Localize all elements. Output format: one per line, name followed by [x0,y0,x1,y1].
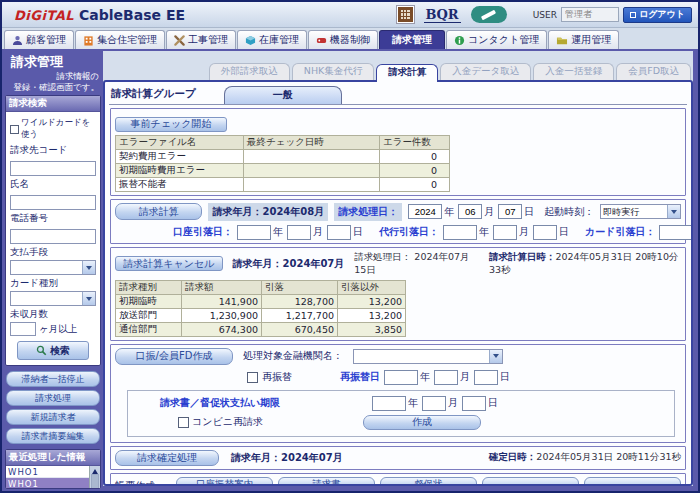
bqr-button[interactable]: BQR [424,7,461,23]
process-month-input[interactable] [458,204,482,219]
building-icon [83,35,94,46]
process-day-input[interactable] [498,204,522,219]
fd-create-button[interactable]: 口振/会員FD作成 [115,348,233,365]
table-row[interactable]: 通信部門674,300670,4503,850 [116,322,406,336]
unpaid-months-input[interactable] [10,322,36,336]
table-row[interactable]: 初期臨時141,900128,70013,200 [116,294,406,308]
nav-tab-billing[interactable]: 請求管理 [379,30,445,49]
recent-scrollbar[interactable] [89,466,100,488]
amounts-table-header: 請求種別 [116,280,182,294]
deadline-label: 請求書／督促状支払い期限 [160,396,372,410]
process-year-input[interactable] [408,204,442,219]
table-row[interactable]: 振替不能者0 [116,177,450,191]
agent-debit-day[interactable] [533,225,557,240]
user-input[interactable] [561,7,619,22]
info-icon [454,35,465,46]
agent-debit-year[interactable] [443,225,477,240]
tab-nhk-agency[interactable]: NHK集金代行 [292,63,374,80]
nav-tab-construction[interactable]: 工事管理 [166,30,236,49]
page-title: 請求管理 [5,51,101,71]
nav-tab-customer[interactable]: 顧客管理 [4,30,74,49]
stop-delinquents-button[interactable]: 滞納者一括停止 [6,371,100,387]
report-button-empty[interactable] [584,477,681,487]
bank-debit-year[interactable] [237,225,271,240]
wildcard-checkbox[interactable] [10,125,19,134]
wildcard-label: ワイルドカードを使う [21,117,96,141]
folder-icon [556,35,568,46]
deadline-month[interactable] [422,396,446,411]
card-type-select[interactable] [10,291,96,306]
precheck-section: 事前チェック開始 エラーファイル名 最終チェック日時 エラー件数 契約費用エラー… [110,108,686,196]
nav-tab-housing[interactable]: 集合住宅管理 [75,30,165,49]
invoice-summary-edit-button[interactable]: 請求書摘要編集 [6,428,100,444]
tab-payment-import[interactable]: 入金データ取込 [440,63,531,80]
create-button[interactable]: 作成 [363,415,481,430]
logout-button[interactable]: ログアウト [623,7,692,23]
amounts-table-header: 引落 [262,280,338,294]
redo-year[interactable] [384,370,418,385]
name-input[interactable] [10,195,96,210]
new-biller-button[interactable]: 新規請求者 [6,409,100,425]
billing-code-input[interactable] [10,161,96,176]
billing-process-button[interactable]: 請求処理 [6,390,100,406]
payment-method-select[interactable] [10,260,96,275]
deadline-year[interactable] [372,396,406,411]
deadline-day[interactable] [462,396,486,411]
phone-label: 電話番号 [10,212,96,225]
tab-general[interactable]: 一般 [224,86,342,104]
report-button-empty[interactable] [482,477,579,487]
recent-item[interactable]: WHO1 [6,466,100,478]
tab-external-import[interactable]: 外部請求取込 [209,63,290,80]
billing-calc-panel: 請求計算グループ 一般 事前チェック開始 エラーファイル名 最終チェック日時 エ… [103,80,693,486]
precheck-start-button[interactable]: 事前チェック開始 [115,117,227,132]
bank-debit-day[interactable] [327,225,351,240]
app-window: DiGiTAL CableBase EE BQR USER ログアウト 顧客管理 [0,0,700,493]
report-invoice-button[interactable]: 請求書 [278,477,375,487]
chevron-down-icon[interactable] [489,350,502,363]
card-debit-year[interactable] [659,225,693,240]
pencil-icon[interactable] [471,6,507,23]
recent-list: WHO1 WHO1 顧客00090 [6,466,100,488]
chevron-down-icon[interactable] [82,292,95,305]
search-panel: 請求検索 ワイルドカードを使う 請求先コード 氏名 電話番号 支払手段 カード種… [5,95,101,366]
scroll-thumb[interactable] [91,474,99,488]
redo-month[interactable] [434,370,458,385]
chevron-down-icon[interactable] [667,205,680,218]
calculator-icon[interactable] [397,6,414,23]
table-row[interactable]: 初期臨時費用エラー0 [116,163,450,177]
phone-input[interactable] [10,229,96,244]
logo-product: CableBase EE [79,7,185,23]
report-debit-guide-button[interactable]: 口座振替案内 [176,477,273,487]
search-button[interactable]: 検索 [17,341,89,360]
start-time-select[interactable]: 即時実行 [600,204,681,219]
chevron-down-icon[interactable] [82,261,95,274]
conbini-rebill-checkbox[interactable] [178,417,189,428]
fd-section: 口振/会員FD作成 処理対象金融機関名： 再振替 再振替日 年月日 請求書／督促… [110,344,686,443]
billing-confirm-button[interactable]: 請求確定処理 [115,450,219,466]
redo-day[interactable] [474,370,498,385]
tab-payment-bulk[interactable]: 入金一括登録 [533,63,614,80]
table-row[interactable]: 放送部門1,230,9001,217,70013,200 [116,308,406,322]
table-row[interactable]: 契約費用エラー0 [116,149,450,163]
bank-debit-month[interactable] [287,225,311,240]
process-date-inputs: 年月日 [408,204,538,219]
tab-member-fd[interactable]: 会員FD取込 [616,63,691,80]
report-reminder-button[interactable]: 督促状 [380,477,477,487]
agent-debit-month[interactable] [493,225,517,240]
tab-billing-calc[interactable]: 請求計算 [376,64,438,82]
calc-section: 請求計算 請求年月：2024年08月 請求処理日： 年月日 起動時刻： 即時実行… [110,199,686,244]
device-icon [316,35,327,46]
redo-transfer-checkbox[interactable] [247,372,258,383]
calc-cancel-button[interactable]: 請求計算キャンセル [115,256,223,271]
error-table-header: 最終チェック日時 [244,135,380,149]
nav-tab-operation[interactable]: 運用管理 [548,30,619,49]
bank-select[interactable] [353,349,503,364]
nav-tab-device[interactable]: 機器制御 [308,30,378,49]
sidebar: 請求管理 請求情報の 登録・確認画面です。 請求検索 ワイルドカードを使う 請求… [2,49,103,491]
scroll-up-icon[interactable] [90,466,100,474]
nav-tab-inventory[interactable]: 在庫管理 [237,30,307,49]
search-panel-header: 請求検索 [6,96,100,112]
billing-calc-button[interactable]: 請求計算 [115,203,202,220]
nav-tab-contact[interactable]: コンタクト管理 [446,30,547,49]
recent-item-selected[interactable]: WHO1 [6,478,100,488]
